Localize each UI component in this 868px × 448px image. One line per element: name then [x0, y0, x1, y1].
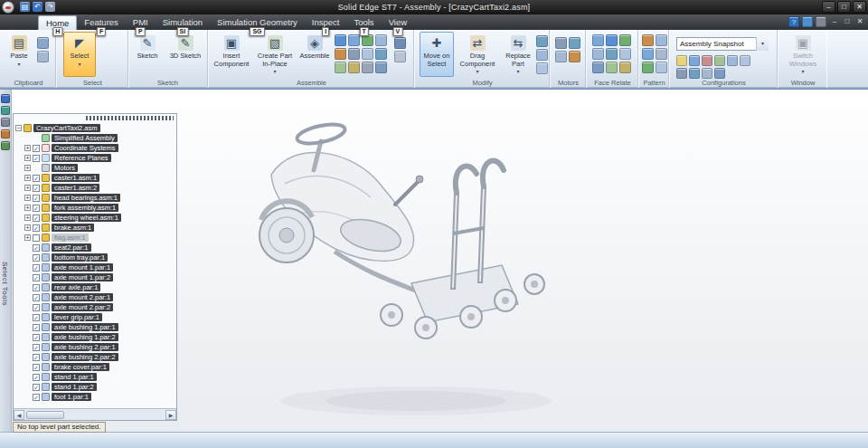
maximize-button[interactable]: □	[837, 1, 851, 13]
parts-library-pane-icon[interactable]	[1, 106, 10, 115]
tangent-relation-icon[interactable]	[375, 48, 387, 60]
tab-home[interactable]: HomeH	[38, 15, 77, 30]
sketch-button[interactable]: ✎ Sketch	[130, 32, 165, 77]
tree-item[interactable]: ✓stand 1.par:1	[14, 372, 176, 382]
select-button[interactable]: ◤ Select ▾	[63, 32, 96, 77]
tree-item[interactable]: ✓axle mount 1.par:1	[14, 262, 176, 272]
web-browser-icon[interactable]	[802, 16, 813, 27]
zones-icon[interactable]	[714, 55, 725, 66]
visibility-checkbox[interactable]: ✓	[33, 145, 40, 152]
rigid-set-icon[interactable]	[606, 62, 618, 73]
rotate-component-icon[interactable]	[536, 35, 548, 47]
duplicate-component-icon[interactable]	[642, 48, 654, 60]
expand-icon[interactable]: +	[24, 205, 31, 211]
tree-item[interactable]: ✓rear axle.par:1	[14, 282, 176, 292]
tree-item[interactable]: +✓steering wheel.asm:1	[14, 213, 176, 223]
switch-windows-button[interactable]: ▣ Switch Windows ▾	[785, 32, 821, 77]
tree-item[interactable]: ✓lever grip.par:1	[14, 312, 176, 322]
tree-item[interactable]: ✓axle bushing 1.par:2	[14, 332, 176, 342]
delete-configuration-icon[interactable]	[702, 55, 712, 66]
delete-pattern-icon[interactable]	[656, 62, 667, 73]
visibility-checkbox[interactable]: ✓	[33, 155, 40, 162]
layers-pane-icon[interactable]	[1, 118, 10, 127]
ground-relation-icon[interactable]	[592, 34, 604, 46]
tab-view[interactable]: ViewV	[382, 15, 414, 30]
pattern-components-icon[interactable]	[642, 34, 654, 46]
visibility-checkbox[interactable]: ✓	[33, 354, 40, 361]
drag-component-button[interactable]: ⇄ Drag Component ▾	[456, 32, 499, 77]
mirror-pattern-icon[interactable]	[656, 34, 667, 46]
replace-part-button[interactable]: ⇆ Replace Part ▾	[501, 32, 535, 77]
linear-motor-icon[interactable]	[569, 37, 580, 49]
visibility-checkbox[interactable]: ✓	[33, 224, 40, 232]
sketch-3d-button[interactable]: ✎ 3D Sketch	[166, 32, 204, 77]
tree-item[interactable]: ✓axle bushing 2.par:2	[14, 352, 176, 362]
expand-icon[interactable]: +	[24, 155, 31, 161]
tree-item[interactable]: ✓stand 1.par:2	[14, 382, 176, 392]
snapshot-icon[interactable]	[676, 68, 687, 79]
options-icon[interactable]	[394, 51, 406, 62]
gear-relation-icon[interactable]	[362, 62, 373, 73]
configuration-dropdown-arrow[interactable]: ▾	[756, 37, 769, 51]
rotation-motor-icon[interactable]	[555, 37, 567, 49]
visibility-checkbox[interactable]: ✓	[33, 284, 40, 291]
visibility-checkbox[interactable]: ✓	[33, 175, 40, 182]
selection-tools-pane-icon[interactable]	[1, 141, 10, 150]
tree-item[interactable]: +✓Reference Planes	[14, 153, 176, 163]
open-configuration-icon[interactable]	[676, 55, 687, 66]
tree-item[interactable]: ✓foot 1.par:1	[14, 392, 176, 402]
visibility-checkbox[interactable]: ✓	[33, 394, 40, 401]
tree-item[interactable]: +✓Coordinate Systems	[14, 143, 176, 153]
sensors-pane-icon[interactable]	[1, 129, 10, 138]
create-part-in-place-button[interactable]: ▧ Create Part In-Place ▾	[253, 32, 297, 77]
pathfinder-pane-icon[interactable]	[1, 94, 10, 103]
mirror-components-icon[interactable]	[536, 49, 548, 61]
tangent-face-icon[interactable]	[606, 48, 618, 60]
visibility-checkbox[interactable]: ✓	[33, 334, 40, 341]
visibility-checkbox[interactable]: ✓	[33, 185, 40, 192]
help-sphere-icon[interactable]: ?	[788, 16, 799, 27]
visibility-checkbox[interactable]: ✓	[33, 304, 40, 311]
edgebar-tab-select-tools[interactable]: Select Tools	[1, 262, 9, 306]
tree-item[interactable]: ✓axle mount 2.par:1	[14, 292, 176, 302]
doc-restore-button[interactable]: □	[842, 16, 853, 27]
tree-item[interactable]: +✓caster1.asm:2	[14, 183, 176, 193]
scrollbar-thumb[interactable]	[26, 411, 64, 419]
mate-relation-icon[interactable]	[348, 34, 360, 46]
scroll-left-arrow[interactable]: ◀	[14, 410, 24, 420]
configuration-manager-icon[interactable]	[689, 68, 700, 79]
axial-align-face-icon[interactable]	[592, 48, 604, 60]
parallel-relation-icon[interactable]	[348, 62, 360, 73]
angle-face-icon[interactable]	[619, 48, 631, 60]
visibility-checkbox[interactable]: ✓	[33, 294, 40, 301]
assembly-3d-model[interactable]	[185, 98, 710, 433]
expand-icon[interactable]: +	[24, 234, 31, 241]
tab-tools[interactable]: ToolsT	[346, 15, 381, 30]
pathfinder-horizontal-scrollbar[interactable]: ◀ ▶	[14, 408, 176, 420]
undo-icon[interactable]: ↶	[33, 2, 42, 12]
tree-item[interactable]: ✓axle mount 1.par:2	[14, 272, 176, 282]
clone-component-icon[interactable]	[656, 48, 667, 60]
save-icon[interactable]: ▤	[20, 2, 30, 12]
collapse-icon[interactable]: −	[15, 125, 22, 131]
motor-group-icon[interactable]	[555, 51, 567, 62]
visibility-checkbox[interactable]: ✓	[33, 344, 40, 351]
insert-relation-icon[interactable]	[335, 48, 346, 60]
assemble-button[interactable]: ◈ Assemble	[298, 32, 331, 77]
application-button[interactable]	[2, 1, 14, 14]
panel-drag-grip[interactable]	[86, 116, 174, 120]
expand-icon[interactable]: +	[24, 175, 31, 181]
tree-item[interactable]: ✓seat2.par:1	[14, 243, 176, 253]
minimize-button[interactable]: –	[822, 1, 835, 13]
expand-icon[interactable]: +	[24, 195, 31, 201]
show-all-icon[interactable]	[714, 68, 725, 79]
paste-button[interactable]: ▤ Paste ▾	[5, 32, 33, 77]
connect-relation-icon[interactable]	[348, 48, 360, 60]
visibility-checkbox[interactable]: ✓	[33, 254, 40, 262]
copy-icon[interactable]	[37, 51, 49, 62]
match-coordinate-systems-icon[interactable]	[619, 62, 631, 73]
tree-item[interactable]: Simplified Assembly	[14, 133, 176, 143]
cut-icon[interactable]	[37, 37, 49, 49]
visibility-checkbox[interactable]: ✓	[33, 214, 40, 222]
tab-inspect[interactable]: InspectI	[305, 15, 347, 30]
